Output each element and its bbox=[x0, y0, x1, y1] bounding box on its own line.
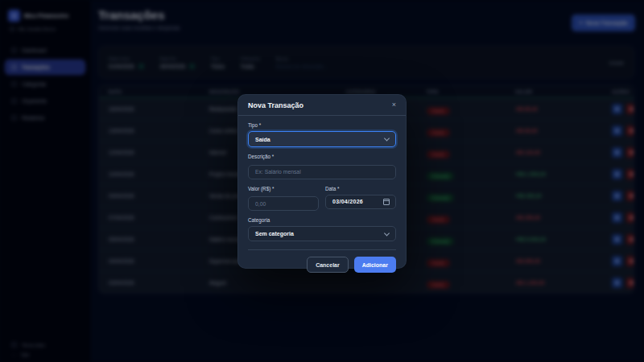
modal-header: Nova Transação × bbox=[238, 95, 406, 116]
app-window: $ Meu Financeiro Olá, Usuário Demo Dashb… bbox=[0, 0, 644, 362]
amount-field-label: Valor (R$) * bbox=[248, 186, 319, 191]
chevron-down-icon bbox=[384, 230, 390, 236]
modal-title: Nova Transação bbox=[248, 101, 303, 109]
date-input[interactable]: 03/04/2026 bbox=[325, 195, 396, 209]
modal-actions: Cancelar Adicionar bbox=[248, 257, 396, 273]
description-field-label: Descrição * bbox=[248, 154, 396, 159]
description-input[interactable] bbox=[248, 165, 396, 179]
type-field-label: Tipo * bbox=[248, 122, 396, 128]
modal-divider bbox=[248, 249, 396, 250]
date-field: Data * 03/04/2026 bbox=[325, 186, 396, 212]
cancel-button[interactable]: Cancelar bbox=[307, 257, 349, 273]
new-transaction-modal: Nova Transação × Tipo * Saída Descrição … bbox=[237, 94, 407, 269]
category-field-label: Categoria bbox=[248, 217, 396, 223]
amount-field: Valor (R$) * bbox=[248, 186, 319, 212]
category-select-value: Sem categoria bbox=[255, 231, 294, 237]
calendar-icon[interactable] bbox=[383, 199, 390, 205]
chevron-down-icon bbox=[384, 135, 390, 141]
add-button[interactable]: Adicionar bbox=[354, 257, 396, 273]
close-icon[interactable]: × bbox=[392, 101, 396, 109]
amount-input[interactable] bbox=[248, 196, 319, 211]
modal-body: Tipo * Saída Descrição * Valor (R$) * Da… bbox=[238, 116, 406, 281]
type-select[interactable]: Saída bbox=[248, 131, 396, 147]
category-select[interactable]: Sem categoria bbox=[248, 226, 396, 241]
date-input-value: 03/04/2026 bbox=[332, 199, 363, 204]
type-select-value: Saída bbox=[255, 137, 270, 142]
date-field-label: Data * bbox=[325, 186, 396, 191]
